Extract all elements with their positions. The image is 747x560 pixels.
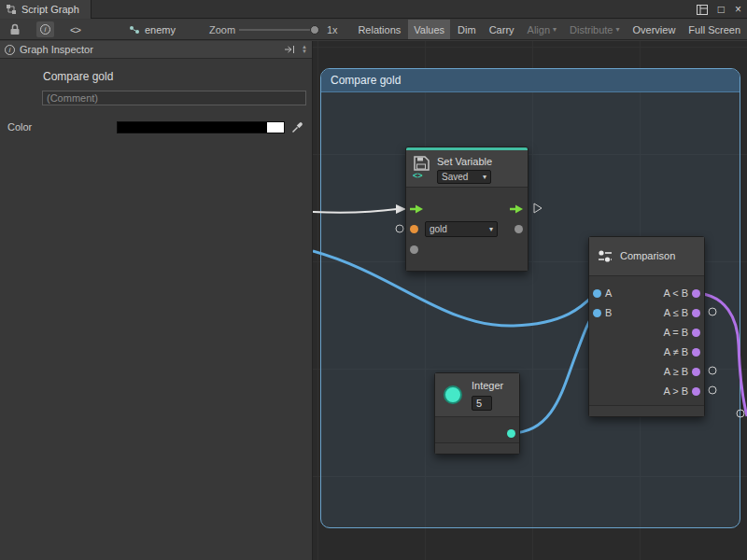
relations-label: Relations bbox=[358, 24, 401, 35]
color-field[interactable] bbox=[117, 121, 285, 133]
graph-reference-breadcrumb[interactable]: enemy bbox=[129, 20, 176, 39]
group-title: Compare gold bbox=[331, 74, 401, 87]
zoom-slider-track[interactable] bbox=[239, 29, 319, 31]
script-graph-icon bbox=[6, 4, 17, 15]
fullscreen-button[interactable]: Full Screen bbox=[683, 20, 746, 39]
eyedropper-button[interactable] bbox=[291, 120, 304, 133]
chevron-down-icon: ▾ bbox=[553, 26, 557, 34]
variable-name-value: gold bbox=[430, 224, 447, 234]
titlebar: Script Graph □ × bbox=[0, 0, 747, 19]
integer-footer bbox=[435, 442, 519, 454]
port-row: A ≠ B bbox=[589, 343, 704, 362]
dim-button[interactable]: Dim bbox=[452, 20, 482, 39]
color-row: Color bbox=[7, 120, 304, 133]
input-port-b[interactable] bbox=[593, 309, 601, 317]
graph-asset-icon bbox=[129, 24, 140, 35]
variable-name-port[interactable] bbox=[410, 225, 418, 233]
overview-button[interactable]: Overview bbox=[627, 20, 682, 39]
port-row: A ≥ B bbox=[589, 362, 704, 382]
input-label-a: A bbox=[605, 287, 612, 299]
tab-script-graph[interactable]: Script Graph bbox=[0, 0, 92, 19]
output-port-a-eq-b[interactable] bbox=[692, 329, 700, 337]
align-label: Align bbox=[528, 24, 550, 35]
output-label-a-neq-b: A ≠ B bbox=[664, 346, 688, 357]
layout-icon[interactable] bbox=[697, 5, 708, 15]
comparison-footer bbox=[589, 405, 704, 416]
output-label-a-eq-b: A = B bbox=[663, 327, 688, 338]
input-label-b: B bbox=[605, 307, 612, 318]
dock-arrow-icon[interactable] bbox=[284, 45, 296, 54]
node-comparison[interactable]: Comparison A A < B B A ≤ B A = B bbox=[588, 236, 705, 417]
fullscreen-label: Full Screen bbox=[688, 24, 740, 35]
flow-input-port[interactable] bbox=[410, 204, 424, 214]
toolbar-left-group: i <> bbox=[6, 20, 84, 39]
integer-icon bbox=[444, 385, 462, 404]
carry-label: Carry bbox=[489, 24, 514, 35]
values-button[interactable]: Values bbox=[408, 20, 450, 39]
set-variable-body: gold ▾ bbox=[406, 188, 528, 271]
color-label: Color bbox=[7, 121, 117, 133]
svg-text:<>: <> bbox=[413, 171, 423, 179]
scrub-down-icon[interactable]: ▼ bbox=[302, 49, 307, 54]
output-label-a-gte-b: A ≥ B bbox=[664, 366, 688, 377]
node-title: Integer bbox=[472, 380, 503, 391]
zoom-slider[interactable] bbox=[239, 20, 319, 39]
variable-name-dropdown[interactable]: gold ▾ bbox=[425, 221, 498, 237]
carry-button[interactable]: Carry bbox=[484, 20, 520, 39]
set-variable-header: <> Set Variable Saved ▾ bbox=[406, 150, 528, 188]
port-row: A > B bbox=[589, 382, 704, 401]
values-label: Values bbox=[414, 24, 444, 35]
group-header[interactable]: Compare gold bbox=[321, 69, 740, 92]
toolbar-buttons: Relations Values Dim Carry Align ▾ Distr… bbox=[352, 20, 746, 39]
maximize-icon[interactable]: □ bbox=[718, 3, 725, 16]
value-output-port[interactable] bbox=[514, 225, 523, 233]
variable-scope-dropdown[interactable]: Saved ▾ bbox=[437, 170, 491, 184]
graph-title-text: Compare gold bbox=[43, 70, 312, 83]
zoom-label: Zoom bbox=[209, 20, 235, 40]
graph-inspector-header[interactable]: i Graph Inspector ▲ ▼ bbox=[0, 41, 312, 59]
edit-source-button[interactable]: <> bbox=[66, 21, 84, 37]
scrubber-icon[interactable]: ▲ ▼ bbox=[302, 45, 307, 54]
close-icon[interactable]: × bbox=[735, 3, 741, 16]
distribute-button[interactable]: Distribute ▾ bbox=[564, 20, 625, 39]
graph-inspector-panel: i Graph Inspector ▲ ▼ Compare gold Color bbox=[0, 41, 313, 560]
variable-scope-value: Saved bbox=[442, 172, 468, 182]
save-variable-icon: <> bbox=[412, 155, 432, 179]
integer-value-field[interactable]: 5 bbox=[472, 396, 492, 411]
info-icon: i bbox=[5, 45, 15, 55]
distribute-label: Distribute bbox=[570, 24, 613, 35]
graph-toolbar: i <> enemy Zoom 1x Relations Val bbox=[0, 20, 747, 40]
output-port-a-gte-b[interactable] bbox=[692, 368, 700, 376]
code-icon: <> bbox=[70, 24, 80, 35]
node-integer[interactable]: Integer 5 bbox=[434, 372, 520, 455]
graph-inspector-title: Graph Inspector bbox=[20, 44, 93, 55]
output-label-a-lt-b: A < B bbox=[663, 287, 688, 299]
input-port-a[interactable] bbox=[593, 289, 601, 298]
window-controls: □ × bbox=[697, 0, 741, 19]
integer-body bbox=[435, 417, 519, 442]
relations-button[interactable]: Relations bbox=[352, 20, 406, 39]
output-port-a-lte-b[interactable] bbox=[692, 309, 700, 317]
comparison-ports: A A < B B A ≤ B A = B A ≠ B bbox=[589, 276, 704, 405]
integer-output-port[interactable] bbox=[507, 429, 515, 438]
color-alpha-segment bbox=[267, 122, 284, 133]
node-set-variable[interactable]: <> Set Variable Saved ▾ bbox=[405, 147, 529, 272]
output-port-a-lt-b[interactable] bbox=[692, 289, 700, 298]
align-button[interactable]: Align ▾ bbox=[522, 20, 562, 39]
output-port-a-neq-b[interactable] bbox=[692, 348, 700, 357]
unity-script-graph-window: Script Graph □ × i <> bbox=[0, 0, 747, 560]
lock-button[interactable] bbox=[6, 21, 24, 37]
zoom-slider-knob[interactable] bbox=[310, 25, 319, 35]
tab-title: Script Graph bbox=[21, 4, 79, 15]
inspector-toggle-button[interactable]: i bbox=[36, 21, 54, 37]
output-port-a-gt-b[interactable] bbox=[692, 387, 700, 396]
dim-label: Dim bbox=[458, 24, 476, 35]
comment-input[interactable] bbox=[42, 91, 306, 105]
node-title: Comparison bbox=[620, 250, 675, 261]
value-input-port[interactable] bbox=[410, 245, 418, 254]
flow-output-port[interactable] bbox=[510, 204, 524, 214]
graph-canvas[interactable]: Compare gold <> bbox=[313, 41, 747, 560]
port-row: A = B bbox=[589, 323, 704, 343]
inspector-header-controls: ▲ ▼ bbox=[284, 45, 307, 54]
comparison-header: Comparison bbox=[589, 237, 704, 276]
